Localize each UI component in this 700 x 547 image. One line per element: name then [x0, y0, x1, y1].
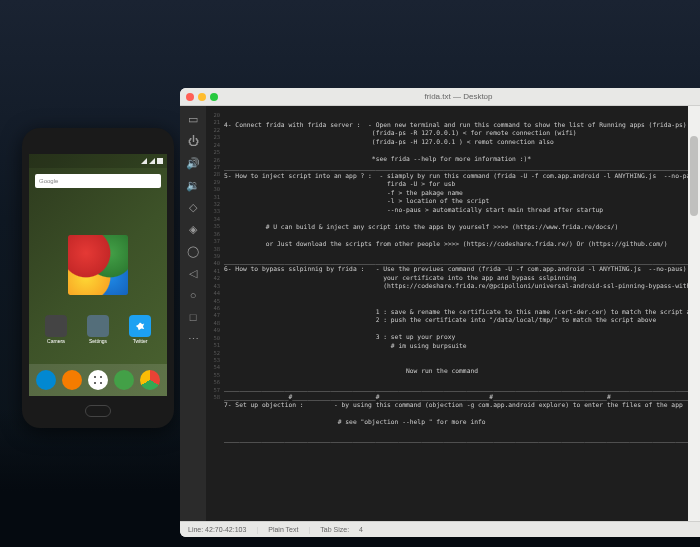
android-dock — [29, 364, 167, 396]
wifi-icon — [141, 158, 147, 164]
minimize-window-button[interactable] — [198, 93, 206, 101]
editor-status-bar: Line: 42:70-42:103 | Plain Text | Tab Si… — [180, 521, 700, 537]
power-icon[interactable]: ⏻ — [186, 134, 200, 148]
line-gutter: 20 21 22 23 24 25 26 27 28 29 30 31 32 3… — [208, 112, 224, 515]
home-icon[interactable]: ○ — [186, 288, 200, 302]
cursor-position: Line: 42:70-42:103 — [188, 526, 246, 533]
android-emulator: Google Camera Settings Twitter — [22, 128, 174, 428]
dock-messages[interactable] — [114, 370, 134, 390]
jellybean-icon — [68, 235, 128, 295]
battery-icon — [157, 158, 163, 164]
window-title: frida.txt — Desktop — [223, 92, 694, 101]
app-label: Settings — [89, 338, 107, 344]
volume-down-icon[interactable]: 🔉 — [186, 178, 200, 192]
window-titlebar: frida.txt — Desktop — [180, 88, 700, 106]
more-icon[interactable]: ⋯ — [186, 332, 200, 346]
code-text[interactable]: 4- Connect frida with frida server : - O… — [224, 112, 700, 515]
code-area[interactable]: 20 21 22 23 24 25 26 27 28 29 30 31 32 3… — [206, 106, 700, 521]
camera-icon — [45, 315, 67, 337]
app-settings[interactable]: Settings — [85, 315, 111, 344]
back-icon[interactable]: ◁ — [186, 266, 200, 280]
app-camera[interactable]: Camera — [43, 315, 69, 344]
signal-icon — [149, 158, 155, 164]
phone-screen: Google Camera Settings Twitter — [29, 154, 167, 396]
dock-all-apps[interactable] — [88, 370, 108, 390]
dock-phone[interactable] — [36, 370, 56, 390]
camera-icon[interactable]: ◯ — [186, 244, 200, 258]
tab-size-value[interactable]: 4 — [359, 526, 363, 533]
vertical-scrollbar[interactable] — [688, 106, 700, 521]
tab-size-label: Tab Size: — [320, 526, 349, 533]
overview-icon[interactable]: □ — [186, 310, 200, 324]
app-shortcuts-row: Camera Settings Twitter — [29, 315, 167, 344]
twitter-icon — [129, 315, 151, 337]
close-window-button[interactable] — [186, 93, 194, 101]
text-editor-window: frida.txt — Desktop ▭ ⏻ 🔊 🔉 ◇ ◈ ◯ ◁ ○ □ … — [180, 88, 700, 537]
settings-icon — [87, 315, 109, 337]
rotate-right-icon[interactable]: ◈ — [186, 222, 200, 236]
dock-chrome[interactable] — [140, 370, 160, 390]
app-label: Camera — [47, 338, 65, 344]
scrollbar-thumb[interactable] — [690, 136, 698, 216]
dock-contacts[interactable] — [62, 370, 82, 390]
emulator-toolbar: ▭ ⏻ 🔊 🔉 ◇ ◈ ◯ ◁ ○ □ ⋯ — [180, 106, 206, 521]
traffic-lights — [186, 93, 218, 101]
volume-icon[interactable]: 🔊 — [186, 156, 200, 170]
maximize-window-button[interactable] — [210, 93, 218, 101]
rotate-icon[interactable]: ◇ — [186, 200, 200, 214]
phone-home-button[interactable] — [85, 405, 111, 417]
app-twitter[interactable]: Twitter — [127, 315, 153, 344]
syntax-mode[interactable]: Plain Text — [268, 526, 298, 533]
app-label: Twitter — [133, 338, 148, 344]
tab-icon[interactable]: ▭ — [186, 112, 200, 126]
android-status-bar — [29, 154, 167, 168]
